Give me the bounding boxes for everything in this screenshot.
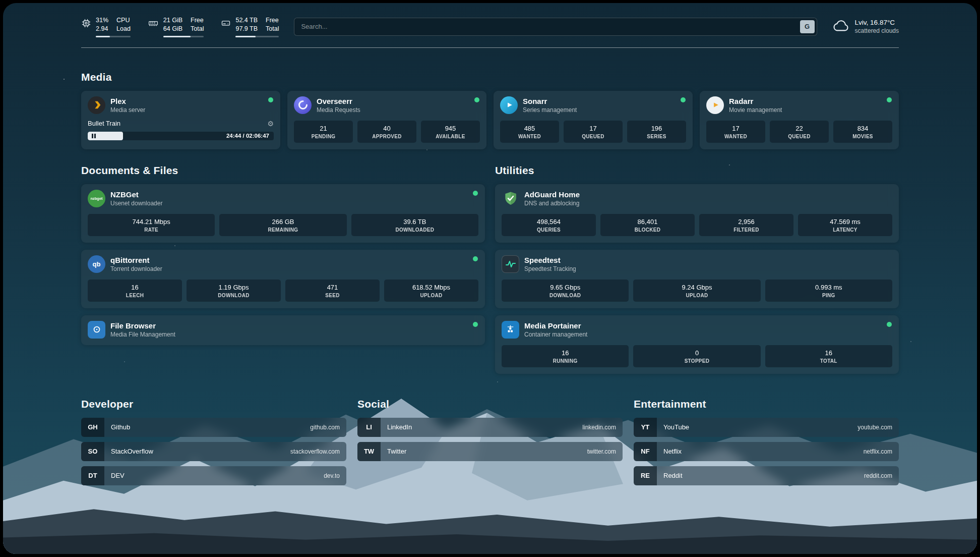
bookmark-name: DEV <box>111 472 125 479</box>
bookmark-stackoverflow[interactable]: SO StackOverflow stackoverflow.com <box>81 442 346 461</box>
stat-queued: 17 QUEUED <box>564 121 623 143</box>
bookmark-domain: linkedin.com <box>582 424 616 431</box>
stat-download: 9.65 Gbps DOWNLOAD <box>502 280 629 302</box>
playback-progress-bar[interactable]: 24:44 / 02:06:47 <box>88 132 274 140</box>
speedtest-pulse-icon <box>502 255 519 273</box>
weather-condition: scattered clouds <box>855 27 899 34</box>
stat-upload: 9.24 Gbps UPLOAD <box>633 280 760 302</box>
plex-icon <box>88 96 105 114</box>
stat-queued: 22 QUEUED <box>770 121 829 143</box>
pause-icon[interactable] <box>92 134 93 138</box>
status-dot <box>473 256 478 261</box>
bookmark-group-social: Social LI LinkedIn linkedin.com TW Twitt… <box>357 398 623 490</box>
resource-widgets: 31% CPU 2.94 Load <box>81 16 279 37</box>
bookmark-group-entertainment: Entertainment YT YouTube youtube.com NF … <box>634 398 899 490</box>
section-title-entertainment: Entertainment <box>634 398 899 410</box>
speedtest-card[interactable]: Speedtest Speedtest Tracking 9.65 Gbps D… <box>495 250 899 308</box>
sonarr-card[interactable]: Sonarr Series management 485 WANTED 17 Q… <box>494 91 693 149</box>
bookmark-abbr: NF <box>634 442 657 461</box>
bookmark-abbr: TW <box>357 442 381 461</box>
disk-free-label: Free <box>266 16 279 24</box>
status-dot <box>887 97 892 102</box>
app-name: Speedtest <box>524 256 576 264</box>
memory-icon <box>148 18 159 28</box>
app-subtitle: DNS and adblocking <box>524 200 580 207</box>
bookmark-reddit[interactable]: RE Reddit reddit.com <box>634 466 899 485</box>
bookmark-dev[interactable]: DT DEV dev.to <box>81 466 346 485</box>
cpu-icon <box>81 18 91 28</box>
bookmark-name: Github <box>111 423 130 431</box>
stat-approved: 40 APPROVED <box>357 121 416 143</box>
bookmark-domain: youtube.com <box>858 424 892 431</box>
bookmark-domain: reddit.com <box>864 472 892 479</box>
app-subtitle: Media server <box>110 106 145 114</box>
stat-stopped: 0 STOPPED <box>633 345 760 367</box>
section-title-documents: Documents & Files <box>81 164 485 177</box>
portainer-card[interactable]: Media Portainer Container management 16 … <box>495 315 899 374</box>
stat-rate: 744.21 Mbps RATE <box>88 214 215 236</box>
overseerr-card[interactable]: Overseerr Media Requests 21 PENDING 40 A… <box>287 91 486 149</box>
stat-downloaded: 39.6 TB DOWNLOADED <box>351 214 478 236</box>
section-title-media: Media <box>81 71 899 83</box>
stat-pending: 21 PENDING <box>294 121 353 143</box>
bookmark-abbr: GH <box>81 418 104 437</box>
status-dot <box>268 97 273 102</box>
header-divider <box>81 47 899 48</box>
hard-drive-icon <box>221 18 231 28</box>
app-subtitle: Usenet downloader <box>110 200 162 207</box>
dashboard-window: 31% CPU 2.94 Load <box>3 3 977 554</box>
qbittorrent-icon: qb <box>88 255 105 273</box>
nzbget-card[interactable]: nzbget NZBGet Usenet downloader 744.21 M… <box>81 184 485 243</box>
bookmark-netflix[interactable]: NF Netflix netflix.com <box>634 442 899 461</box>
bookmark-github[interactable]: GH Github github.com <box>81 418 346 437</box>
bookmark-domain: twitter.com <box>587 448 616 455</box>
app-subtitle: Speedtest Tracking <box>524 265 576 272</box>
app-subtitle: Container management <box>524 331 587 338</box>
plex-card[interactable]: Plex Media server Bullet Train 24:44 / 0… <box>81 91 280 149</box>
bookmark-name: LinkedIn <box>387 423 412 431</box>
search-input[interactable] <box>294 18 817 36</box>
qbittorrent-card[interactable]: qb qBittorrent Torrent downloader 16 LEE… <box>81 250 485 308</box>
bookmark-domain: github.com <box>310 424 340 431</box>
app-name: File Browser <box>110 321 175 330</box>
memory-total-label: Total <box>191 25 204 33</box>
gear-icon[interactable] <box>267 120 274 128</box>
cpu-percent: 31% <box>96 16 108 24</box>
disk-free-value: 52.4 TB <box>235 16 258 24</box>
app-name: Media Portainer <box>524 321 587 330</box>
bookmark-domain: dev.to <box>324 472 340 479</box>
bookmark-name: StackOverflow <box>111 448 153 455</box>
status-dot <box>473 322 478 327</box>
cloud-icon <box>832 19 849 34</box>
bookmark-abbr: RE <box>634 466 657 485</box>
bookmark-linkedin[interactable]: LI LinkedIn linkedin.com <box>357 418 623 437</box>
bookmark-youtube[interactable]: YT YouTube youtube.com <box>634 418 899 437</box>
weather-widget: Lviv, 16.87°C scattered clouds <box>832 19 899 34</box>
adguard-shield-icon <box>502 190 519 207</box>
memory-free-label: Free <box>191 16 204 24</box>
stat-download: 1.19 Gbps DOWNLOAD <box>187 280 281 302</box>
stat-blocked: 86,401 BLOCKED <box>600 214 695 236</box>
disk-total-value: 97.9 TB <box>235 25 258 33</box>
radarr-card[interactable]: Radarr Movie management 17 WANTED 22 QUE… <box>700 91 899 149</box>
section-documents: Documents & Files nzbget NZBGet Usenet d… <box>81 164 485 374</box>
stat-leech: 16 LEECH <box>88 280 182 302</box>
memory-bar <box>163 36 204 37</box>
bookmark-abbr: LI <box>357 418 381 437</box>
stat-filtered: 2,956 FILTERED <box>699 214 793 236</box>
app-subtitle: Media Requests <box>317 106 360 114</box>
bookmark-name: Twitter <box>387 448 406 455</box>
now-playing-title: Bullet Train <box>88 120 120 127</box>
app-subtitle: Torrent downloader <box>110 265 162 272</box>
bookmark-group-developer: Developer GH Github github.com SO StackO… <box>81 398 346 490</box>
bookmark-twitter[interactable]: TW Twitter twitter.com <box>357 442 623 461</box>
stat-upload: 618.52 Mbps UPLOAD <box>384 280 478 302</box>
app-name: Overseerr <box>317 97 360 105</box>
app-name: NZBGet <box>110 190 162 199</box>
status-dot <box>681 97 686 102</box>
top-bar: 31% CPU 2.94 Load <box>81 16 899 37</box>
nzbget-icon-label: nzbget <box>90 196 102 201</box>
filebrowser-card[interactable]: File Browser Media File Management <box>81 315 485 345</box>
adguard-card[interactable]: AdGuard Home DNS and adblocking 498,564 … <box>495 184 899 243</box>
stat-queries: 498,564 QUERIES <box>502 214 596 236</box>
